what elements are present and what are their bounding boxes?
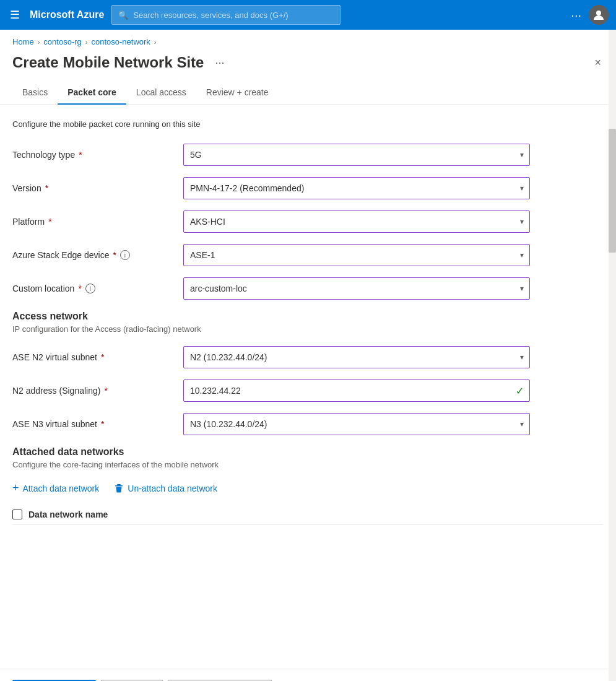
breadcrumb-sep-3: › [154,38,157,46]
tab-review-create[interactable]: Review + create [196,81,279,105]
required-indicator: * [101,419,104,429]
breadcrumb-sep-1: › [38,38,40,46]
unattach-data-network-button[interactable]: Un-attach data network [114,484,217,493]
attached-data-networks-heading: Attached data networks [12,446,604,458]
control-platform: AKS-HCI ▾ [183,210,530,233]
page-options-button[interactable]: ··· [211,55,228,71]
svg-rect-2 [115,485,123,487]
label-ase-n3-subnet: ASE N3 virtual subnet * [12,419,173,429]
access-network-heading: Access network [12,311,604,322]
field-technology-type: Technology type * 5G ▾ [12,144,604,166]
search-bar[interactable]: 🔍 Search resources, services, and docs (… [111,5,341,25]
control-ase-n2-subnet: N2 (10.232.44.0/24) ▾ [183,346,530,368]
scrollbar-track [609,30,616,681]
attached-data-networks-description: Configure the core-facing interfaces of … [12,460,604,469]
required-indicator: * [79,150,82,160]
label-ase-n2-subnet: ASE N2 virtual subnet * [12,352,173,362]
select-platform-wrapper: AKS-HCI ▾ [183,210,530,233]
close-button[interactable]: × [592,54,604,71]
search-placeholder: Search resources, services, and docs (G+… [133,11,288,20]
search-icon: 🔍 [118,11,128,20]
required-indicator: * [45,183,48,193]
breadcrumb-sep-2: › [85,38,88,46]
select-ase-n3-subnet[interactable]: N3 (10.232.44.0/24) [183,413,530,435]
control-ase-n3-subnet: N3 (10.232.44.0/24) ▾ [183,413,530,435]
control-custom-location: arc-custom-loc ▾ [183,277,530,300]
label-platform: Platform * [12,217,173,227]
table-select-all-checkbox[interactable] [12,510,22,519]
label-technology-type: Technology type * [12,150,173,160]
tab-basics[interactable]: Basics [12,81,58,105]
form-content: Configure the mobile packet core running… [0,105,616,540]
select-version-wrapper: PMN-4-17-2 (Recommended) ▾ [183,177,530,199]
control-technology-type: 5G ▾ [183,144,530,166]
plus-icon: + [12,482,19,495]
svg-rect-1 [117,484,121,485]
required-indicator: * [48,217,51,227]
field-custom-location: Custom location * i arc-custom-loc ▾ [12,277,604,300]
data-network-action-bar: + Attach data network Un-attach data net… [12,482,604,495]
attach-data-network-button[interactable]: + Attach data network [12,482,99,495]
tab-local-access[interactable]: Local access [126,81,196,105]
label-azure-stack-edge: Azure Stack Edge device * i [12,250,173,260]
attached-data-networks-section: Attached data networks Configure the cor… [12,446,604,525]
data-network-table-header: Data network name [12,505,604,525]
input-n2-address-wrapper: ✓ [183,380,530,402]
attach-data-network-label: Attach data network [23,484,100,493]
control-azure-stack-edge: ASE-1 ▾ [183,244,530,266]
tab-packet-core[interactable]: Packet core [58,81,126,105]
field-ase-n3-subnet: ASE N3 virtual subnet * N3 (10.232.44.0/… [12,413,604,435]
required-indicator: * [113,250,116,260]
trash-icon [114,484,124,493]
info-icon-custom-location[interactable]: i [85,284,95,293]
info-icon-azure-stack-edge[interactable]: i [120,250,130,260]
hamburger-menu[interactable]: ☰ [7,6,22,24]
select-platform[interactable]: AKS-HCI [183,210,530,233]
breadcrumb: Home › contoso-rg › contoso-network › [0,30,616,51]
validation-check-icon: ✓ [516,385,524,397]
main-container: Home › contoso-rg › contoso-network › Cr… [0,30,616,681]
label-version: Version * [12,183,173,193]
access-network-description: IP configuration for the Access (radio-f… [12,324,604,334]
breadcrumb-contoso-rg[interactable]: contoso-rg [43,37,81,46]
field-azure-stack-edge: Azure Stack Edge device * i ASE-1 ▾ [12,244,604,266]
input-n2-address[interactable] [183,380,530,402]
field-version: Version * PMN-4-17-2 (Recommended) ▾ [12,177,604,199]
select-custom-location[interactable]: arc-custom-loc [183,277,530,300]
select-azure-stack-edge[interactable]: ASE-1 [183,244,530,266]
page-header: Create Mobile Network Site ··· × [0,51,616,81]
select-ase-n2-wrapper: N2 (10.232.44.0/24) ▾ [183,346,530,368]
svg-point-0 [596,11,601,15]
page-title: Create Mobile Network Site [12,54,204,71]
tab-bar: Basics Packet core Local access Review +… [0,81,616,105]
select-ase-n2-subnet[interactable]: N2 (10.232.44.0/24) [183,346,530,368]
required-indicator: * [101,352,104,362]
select-version[interactable]: PMN-4-17-2 (Recommended) [183,177,530,199]
form-description: Configure the mobile packet core running… [12,119,604,129]
brand-name: Microsoft Azure [30,9,104,20]
select-custom-location-wrapper: arc-custom-loc ▾ [183,277,530,300]
control-version: PMN-4-17-2 (Recommended) ▾ [183,177,530,199]
control-n2-address: ✓ [183,380,530,402]
breadcrumb-home[interactable]: Home [12,37,34,46]
required-indicator: * [78,284,81,293]
more-options-icon[interactable]: ··· [571,8,581,22]
select-technology-type[interactable]: 5G [183,144,530,166]
table-column-name: Data network name [28,510,108,519]
breadcrumb-contoso-network[interactable]: contoso-network [91,37,150,46]
select-ase-n3-wrapper: N3 (10.232.44.0/24) ▾ [183,413,530,435]
field-ase-n2-subnet: ASE N2 virtual subnet * N2 (10.232.44.0/… [12,346,604,368]
field-platform: Platform * AKS-HCI ▾ [12,210,604,233]
label-n2-address: N2 address (Signaling) * [12,386,173,396]
top-navigation: ☰ Microsoft Azure 🔍 Search resources, se… [0,0,616,30]
user-avatar[interactable] [589,5,609,25]
access-network-section: Access network IP configuration for the … [12,311,604,435]
select-technology-type-wrapper: 5G ▾ [183,144,530,166]
scrollbar-thumb[interactable] [609,129,616,253]
label-custom-location: Custom location * i [12,284,173,293]
required-indicator: * [104,386,107,396]
footer: Review + create < Previous Next : Local … [0,669,609,681]
field-n2-address: N2 address (Signaling) * ✓ [12,380,604,402]
unattach-data-network-label: Un-attach data network [128,484,217,493]
select-azure-stack-edge-wrapper: ASE-1 ▾ [183,244,530,266]
